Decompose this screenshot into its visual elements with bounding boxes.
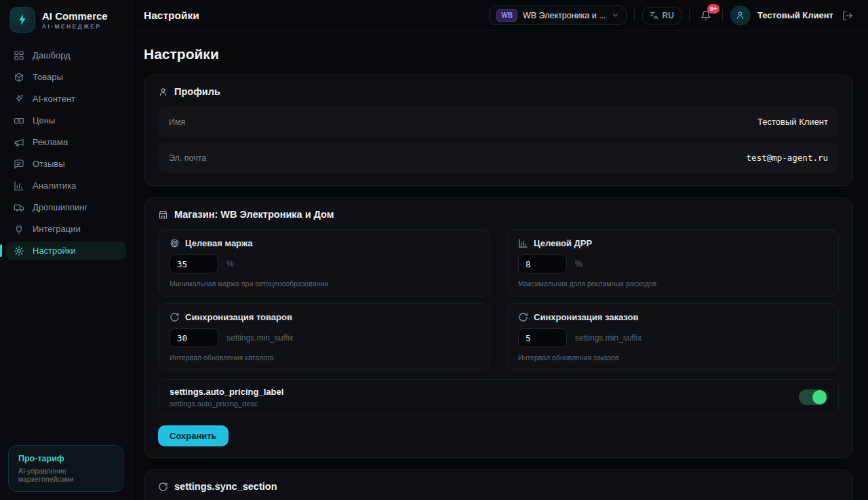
sync-section-title: settings.sync_section	[174, 481, 277, 492]
sidebar-item-label: Цены	[33, 115, 55, 126]
sidebar-item-label: Аналитика	[33, 180, 76, 191]
sidebar-item-integrations[interactable]: Интеграции	[5, 220, 126, 238]
megaphone-icon	[14, 137, 25, 148]
refresh-icon	[518, 312, 528, 322]
app-logo: AI Commerce AI-МЕНЕДЖЕР	[0, 0, 132, 41]
sidebar-nav: Дашборд Товары AI-контент Цены Реклама О…	[0, 41, 132, 263]
lightning-icon	[9, 7, 35, 33]
chart-icon	[518, 238, 528, 248]
person-icon	[158, 87, 168, 97]
divider	[722, 9, 723, 22]
user-name: Тестовый Клиент	[757, 10, 833, 20]
target-drr-suffix: %	[575, 259, 583, 269]
message-square-icon	[14, 159, 25, 170]
store-icon	[158, 210, 168, 220]
auto-pricing-desc: settings.auto_pricing_desc	[170, 400, 283, 408]
sidebar-item-ai-content[interactable]: AI-контент	[5, 90, 126, 108]
toggle-knob	[812, 390, 827, 404]
sync-products-label: Синхронизация товаров	[185, 312, 292, 322]
profile-card-title: Профиль	[174, 86, 220, 97]
main-area: Настройки WB WB Электроника и ... RU 9+ …	[132, 0, 868, 500]
divider	[634, 9, 635, 22]
store-selector-label: WB Электроника и ...	[523, 11, 606, 20]
target-margin-suffix: %	[226, 259, 234, 269]
email-value: test@mp-agent.ru	[747, 153, 828, 163]
target-icon	[170, 238, 180, 248]
chevron-down-icon	[612, 12, 619, 19]
target-drr-input[interactable]	[518, 254, 567, 273]
wb-badge: WB	[496, 9, 517, 22]
sidebar-item-products[interactable]: Товары	[5, 68, 126, 86]
auto-pricing-toggle[interactable]	[799, 389, 827, 405]
truck-icon	[14, 202, 25, 213]
sidebar-item-label: AI-контент	[33, 94, 75, 104]
sidebar-item-prices[interactable]: Цены	[5, 111, 126, 130]
target-margin-help: Минимальная маржа при автоценообразовани…	[170, 280, 479, 288]
refresh-icon	[170, 312, 180, 322]
store-selector[interactable]: WB WB Электроника и ...	[489, 5, 626, 25]
sidebar-item-label: Дропшиппинг	[33, 202, 87, 212]
sync-section-card: settings.sync_section settings.sync_prod…	[144, 469, 853, 500]
logout-icon[interactable]	[841, 9, 854, 22]
translate-icon	[650, 11, 658, 20]
content: Настройки Профиль Имя Тестовый Клиент Эл…	[132, 31, 868, 500]
plug-icon	[14, 224, 25, 235]
avatar	[730, 5, 751, 26]
save-button[interactable]: Сохранить	[158, 425, 229, 446]
divider	[689, 9, 690, 22]
sidebar-item-dashboard[interactable]: Дашборд	[5, 46, 126, 64]
page-title: Настройки	[144, 46, 853, 62]
sidebar-item-reviews[interactable]: Отзывы	[5, 155, 126, 173]
sidebar-item-label: Реклама	[33, 137, 68, 147]
store-settings-card: Магазин: WB Электроника и Дом Целевая ма…	[144, 197, 853, 458]
sync-orders-help: Интервал обновления заказов	[518, 353, 827, 362]
sidebar: AI Commerce AI-МЕНЕДЖЕР Дашборд Товары A…	[0, 0, 132, 500]
plan-title: Про-тариф	[18, 454, 113, 463]
topbar-title: Настройки	[144, 9, 199, 22]
sidebar-item-label: Интеграции	[33, 224, 81, 234]
user-menu[interactable]: Тестовый Клиент	[730, 5, 833, 26]
profile-name-row: Имя Тестовый Клиент	[158, 107, 839, 137]
plan-card[interactable]: Про-тариф AI-управление маркетплейсами	[8, 445, 123, 492]
language-label: RU	[663, 11, 674, 20]
name-value: Тестовый Клиент	[757, 117, 828, 127]
sync-orders-field: Синхронизация заказов settings.min_suffi…	[507, 303, 839, 370]
topbar: Настройки WB WB Электроника и ... RU 9+ …	[132, 0, 868, 31]
email-label: Эл. почта	[169, 153, 206, 163]
sidebar-item-dropshipping[interactable]: Дропшиппинг	[5, 198, 126, 216]
sidebar-item-settings[interactable]: Настройки	[5, 242, 126, 260]
app-tagline: AI-МЕНЕДЖЕР	[42, 23, 108, 30]
sync-orders-input[interactable]	[518, 328, 567, 347]
sync-products-input[interactable]	[170, 328, 218, 347]
dashboard-icon	[14, 50, 25, 61]
sidebar-item-label: Отзывы	[33, 159, 65, 169]
sidebar-item-label: Дашборд	[33, 50, 71, 60]
target-margin-label: Целевая маржа	[185, 238, 253, 248]
notifications-button[interactable]: 9+	[697, 8, 715, 23]
sidebar-item-label: Товары	[33, 72, 63, 82]
target-drr-label: Целевой ДРР	[534, 238, 592, 248]
sidebar-item-ads[interactable]: Реклама	[5, 133, 126, 151]
refresh-icon	[158, 482, 168, 492]
sync-products-field: Синхронизация товаров settings.min_suffi…	[158, 303, 490, 370]
package-icon	[14, 72, 25, 83]
store-card-title: Магазин: WB Электроника и Дом	[174, 209, 334, 220]
app-name: AI Commerce	[42, 10, 108, 22]
bar-chart-icon	[14, 180, 25, 191]
sparkles-icon	[14, 94, 25, 104]
sidebar-item-analytics[interactable]: Аналитика	[5, 176, 126, 195]
sync-products-suffix: settings.min_suffix	[226, 333, 294, 343]
banknote-icon	[14, 115, 25, 126]
target-drr-help: Максимальная доля рекламных расходов	[518, 280, 827, 288]
auto-pricing-label: settings.auto_pricing_label	[170, 387, 283, 397]
profile-email-row: Эл. почта test@mp-agent.ru	[158, 142, 839, 173]
target-margin-field: Целевая маржа % Минимальная маржа при ав…	[158, 229, 490, 296]
plan-subtitle: AI-управление маркетплейсами	[18, 467, 113, 483]
gear-icon	[14, 246, 25, 256]
sync-products-help: Интервал обновления каталога	[170, 353, 479, 362]
language-switcher[interactable]: RU	[642, 7, 682, 24]
sync-orders-label: Синхронизация заказов	[534, 312, 638, 322]
name-label: Имя	[169, 117, 185, 127]
sidebar-item-label: Настройки	[33, 246, 76, 256]
target-margin-input[interactable]	[170, 254, 218, 273]
